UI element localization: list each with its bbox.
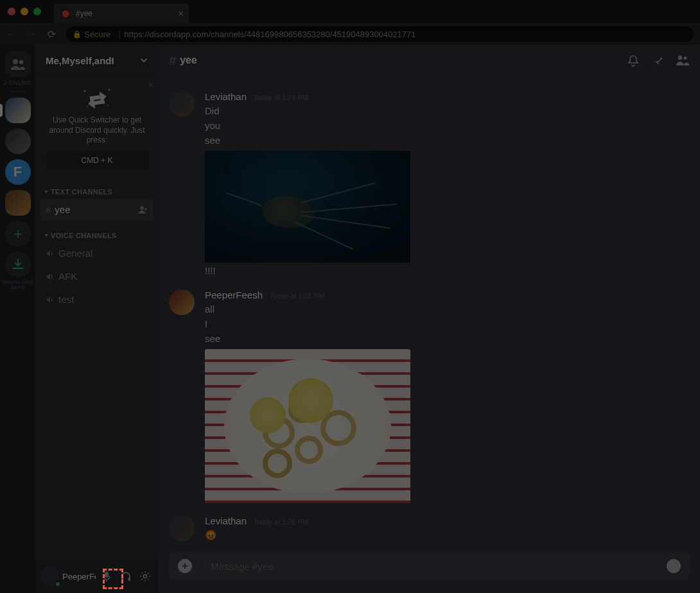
- image-attachment[interactable]: [205, 349, 410, 503]
- window-traffic-lights: [8, 8, 41, 15]
- user-settings-button[interactable]: [137, 568, 153, 585]
- svg-point-0: [13, 59, 18, 64]
- back-button[interactable]: ←: [6, 28, 17, 40]
- browser-toolbar: ← → ⟳ 🔒 Secure | https://discordapp.com/…: [0, 23, 700, 45]
- minimize-window-button[interactable]: [21, 8, 28, 15]
- channel-label: test: [58, 294, 74, 305]
- close-window-button[interactable]: [8, 8, 15, 15]
- server-icon[interactable]: [5, 98, 31, 123]
- author-avatar[interactable]: [169, 91, 195, 117]
- mute-button[interactable]: [98, 568, 115, 585]
- divider: [201, 558, 202, 574]
- svg-rect-9: [128, 578, 131, 581]
- svg-point-12: [683, 56, 687, 60]
- author-name[interactable]: Leviathan: [205, 91, 247, 102]
- message: Leviathan Today at 1:24 PM Did you see: [169, 86, 690, 284]
- message-text: see: [205, 332, 410, 345]
- voice-channel-afk[interactable]: AFK: [40, 266, 153, 288]
- message-composer: +: [159, 552, 700, 593]
- author-name[interactable]: PeeperFeesh: [205, 289, 263, 300]
- download-apps-label: DOWNLOAD APPS: [0, 280, 35, 291]
- user-name: PeeperFeesh: [62, 572, 96, 581]
- server-name: Me,Myself,andI: [46, 55, 139, 66]
- guild-separator: [9, 91, 27, 92]
- image-attachment[interactable]: [205, 151, 410, 262]
- url-text: https://discordapp.com/channels/44816998…: [125, 30, 416, 39]
- microphone-icon: [101, 571, 112, 582]
- svg-point-4: [87, 106, 89, 108]
- speaker-icon: [46, 295, 55, 304]
- server-rail: 2 ONLINE F ＋ DOWNLOAD APPS: [0, 45, 35, 593]
- server-icon[interactable]: [5, 190, 31, 216]
- channel-sidebar: Me,Myself,andI × Use Quick Switcher to g…: [35, 45, 159, 593]
- quick-switcher-kbd[interactable]: CMD + K: [46, 152, 148, 169]
- server-icon[interactable]: [5, 128, 31, 154]
- channel-label: AFK: [58, 271, 77, 282]
- svg-rect-8: [121, 578, 124, 581]
- attach-button[interactable]: +: [178, 559, 192, 573]
- secure-label: Secure: [84, 30, 110, 39]
- hash-icon: #: [169, 53, 176, 68]
- svg-rect-7: [105, 572, 109, 578]
- svg-point-2: [84, 90, 86, 92]
- channel-name: yee: [180, 55, 197, 66]
- invite-icon[interactable]: [138, 205, 148, 214]
- speaker-icon: [46, 272, 55, 281]
- svg-point-5: [107, 105, 109, 107]
- author-name[interactable]: Leviathan: [205, 515, 247, 526]
- message-text: all: [205, 302, 410, 316]
- message-input[interactable]: [211, 561, 658, 572]
- user-avatar[interactable]: [40, 567, 60, 586]
- message-timestamp: Today at 1:26 PM: [254, 518, 309, 526]
- voice-channel-test[interactable]: test: [40, 289, 153, 311]
- headphones-icon: [120, 571, 132, 582]
- status-badge: [55, 581, 61, 587]
- discord-favicon: 🔴: [60, 8, 71, 19]
- message: Leviathan Today at 1:26 PM 😡: [169, 510, 690, 548]
- browser-tabstrip: 🔴 #yee ×: [0, 0, 700, 23]
- text-channels-header[interactable]: TEXT CHANNELS: [35, 178, 159, 198]
- message-text: you: [205, 119, 410, 132]
- user-panel: PeeperFeesh: [35, 560, 159, 593]
- server-icon[interactable]: F: [5, 159, 31, 185]
- selected-guild-pill: [0, 104, 3, 117]
- chat-pane: # yee Leviathan Today at 1:24 PM Did you…: [159, 45, 700, 593]
- forward-button[interactable]: →: [27, 28, 37, 40]
- address-bar[interactable]: 🔒 Secure | https://discordapp.com/channe…: [66, 26, 694, 42]
- svg-point-3: [109, 89, 110, 91]
- svg-point-11: [678, 56, 682, 60]
- quick-switcher-tip: Use Quick Switcher to get around Discord…: [42, 116, 152, 146]
- server-header[interactable]: Me,Myself,andI: [35, 45, 159, 76]
- add-server-button[interactable]: ＋: [5, 221, 31, 246]
- member-list-icon[interactable]: [676, 54, 690, 67]
- reload-button[interactable]: ⟳: [48, 28, 56, 40]
- deafen-button[interactable]: [118, 568, 134, 585]
- quick-switcher-hint: × Use Quick Switcher to get around Disco…: [35, 76, 159, 178]
- svg-point-1: [19, 60, 23, 65]
- voice-channels-header[interactable]: VOICE CHANNELS: [35, 221, 159, 242]
- message-text: !!!!: [205, 264, 410, 277]
- speaker-icon: [46, 249, 55, 258]
- emoji-picker-button[interactable]: [667, 559, 681, 573]
- channel-label: General: [58, 248, 92, 259]
- author-avatar[interactable]: [169, 289, 195, 315]
- text-channel-yee[interactable]: # yee: [40, 199, 153, 221]
- author-avatar[interactable]: [169, 515, 195, 541]
- svg-point-10: [143, 574, 146, 578]
- home-button[interactable]: [5, 51, 31, 77]
- hash-icon: #: [46, 204, 51, 215]
- browser-tab[interactable]: 🔴 #yee ×: [54, 4, 189, 23]
- notifications-icon[interactable]: [627, 54, 640, 67]
- message-text: Did: [205, 104, 410, 117]
- download-apps-button[interactable]: [5, 252, 31, 277]
- message-text: see: [205, 133, 410, 147]
- svg-point-6: [140, 206, 144, 210]
- maximize-window-button[interactable]: [33, 8, 41, 15]
- online-count: 2 ONLINE: [4, 80, 31, 86]
- message-timestamp: Today at 1:25 PM: [270, 292, 325, 300]
- message-list[interactable]: Leviathan Today at 1:24 PM Did you see: [159, 76, 700, 552]
- voice-channel-general[interactable]: General: [40, 243, 153, 264]
- close-tab-icon[interactable]: ×: [179, 8, 184, 19]
- new-tab-button[interactable]: [193, 8, 208, 23]
- pin-icon[interactable]: [651, 54, 664, 67]
